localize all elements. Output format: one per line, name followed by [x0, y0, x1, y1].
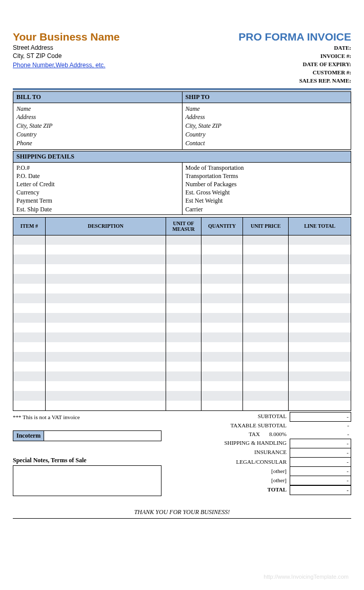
item-cell: [201, 303, 242, 313]
col-qty-header: QUANTITY: [201, 217, 242, 235]
col-item-header: ITEM #: [13, 217, 46, 235]
item-cell: [166, 303, 201, 313]
item-cell: [243, 303, 289, 313]
item-cell: [201, 362, 242, 371]
item-cell: [243, 342, 289, 352]
item-cell: [13, 401, 46, 410]
bill-to-address: Address: [16, 113, 179, 122]
item-cell: [243, 352, 289, 362]
item-cell: [289, 254, 351, 264]
bill-to-country: Country: [16, 130, 179, 139]
tax-rate: 8.000%: [263, 430, 290, 439]
business-city: City, ST ZIP Code: [13, 52, 120, 61]
bill-to-column: BILL TO Name Address City, State ZIP Cou…: [13, 92, 182, 149]
item-cell: [13, 303, 46, 313]
insurance-value: -: [290, 448, 351, 458]
legal-value: -: [290, 457, 351, 467]
legal-label: LEGAL/CONSULAR: [172, 458, 290, 466]
document-header: Your Business Name Street Address City, …: [13, 31, 351, 85]
ship-to-address: Address: [186, 113, 348, 122]
ship-to-header: SHIP TO: [183, 92, 351, 103]
item-cell: [13, 371, 46, 381]
item-cell: [243, 362, 289, 371]
item-cell: [289, 342, 351, 352]
item-cell: [289, 401, 351, 410]
item-cell: [13, 362, 46, 371]
bottom-rule: [13, 518, 351, 519]
business-contact-link[interactable]: Phone Number,Web Address, etc.: [13, 62, 106, 69]
item-cell: [201, 332, 242, 342]
shipping-value: -: [290, 439, 351, 448]
meta-customer-no: CUSTOMER #:: [238, 69, 351, 77]
total-value: -: [290, 485, 351, 495]
item-cell: [289, 371, 351, 381]
item-cell: [13, 254, 46, 264]
item-cell: [45, 362, 166, 371]
item-cell: [289, 313, 351, 323]
item-cell: [289, 391, 351, 401]
item-cell: [201, 274, 242, 284]
shipping-field: Mode of Transportation: [186, 164, 348, 172]
item-cell: [13, 245, 46, 254]
item-cell: [243, 274, 289, 284]
item-cell: [166, 284, 201, 293]
meta-invoice-no: INVOICE #:: [238, 52, 351, 61]
item-cell: [13, 313, 46, 323]
item-cell: [289, 332, 351, 342]
ship-to-name: Name: [186, 105, 348, 113]
item-cell: [201, 254, 242, 264]
item-cell: [13, 381, 46, 391]
item-cell: [13, 274, 46, 284]
item-cell: [166, 352, 201, 362]
item-cell: [243, 323, 289, 332]
business-street: Street Address: [13, 44, 120, 52]
item-cell: [45, 245, 166, 254]
shipping-right-col: Mode of Transportation Transportation Te…: [182, 163, 351, 214]
item-cell: [243, 371, 289, 381]
item-cell: [289, 264, 351, 274]
subtotal-value: -: [290, 412, 351, 422]
item-cell: [45, 352, 166, 362]
line-items-table: ITEM # DESCRIPTION UNIT OF MEASUR QUANTI…: [13, 217, 351, 411]
item-cell: [201, 381, 242, 391]
item-cell: [45, 381, 166, 391]
bill-to-csz: City, State ZIP: [16, 122, 179, 130]
item-cell: [289, 352, 351, 362]
item-cell: [166, 391, 201, 401]
vat-note: *** This is not a VAT invoice: [13, 414, 168, 420]
item-cell: [243, 284, 289, 293]
item-cell: [45, 401, 166, 410]
other2-label: [other]: [172, 476, 290, 485]
tax-value: -: [290, 430, 351, 439]
item-cell: [166, 342, 201, 352]
incoterm-label: Incoterm: [13, 431, 44, 441]
bill-to-header: BILL TO: [13, 92, 182, 103]
other1-value: -: [290, 466, 351, 476]
item-cell: [13, 352, 46, 362]
item-cell: [201, 342, 242, 352]
item-cell: [166, 293, 201, 303]
meta-expiry: DATE OF EXPIRY:: [238, 61, 351, 69]
item-cell: [289, 303, 351, 313]
shipping-field: Number of Packages: [186, 180, 348, 188]
item-cell: [45, 342, 166, 352]
item-cell: [201, 235, 242, 245]
item-cell: [201, 391, 242, 401]
item-cell: [45, 274, 166, 284]
item-cell: [243, 313, 289, 323]
ship-to-column: SHIP TO Name Address City, State ZIP Cou…: [182, 92, 351, 149]
item-cell: [201, 264, 242, 274]
item-cell: [289, 284, 351, 293]
item-cell: [45, 254, 166, 264]
address-section: BILL TO Name Address City, State ZIP Cou…: [13, 91, 351, 150]
notes-label: Special Notes, Terms of Sale: [13, 457, 168, 464]
item-cell: [166, 245, 201, 254]
item-cell: [13, 264, 46, 274]
bill-to-phone: Phone: [16, 139, 179, 148]
item-cell: [45, 332, 166, 342]
item-cell: [166, 274, 201, 284]
total-label: TOTAL: [172, 485, 290, 494]
taxable-label: TAXABLE SUBTOTAL: [172, 421, 290, 430]
item-cell: [201, 352, 242, 362]
item-cell: [289, 381, 351, 391]
